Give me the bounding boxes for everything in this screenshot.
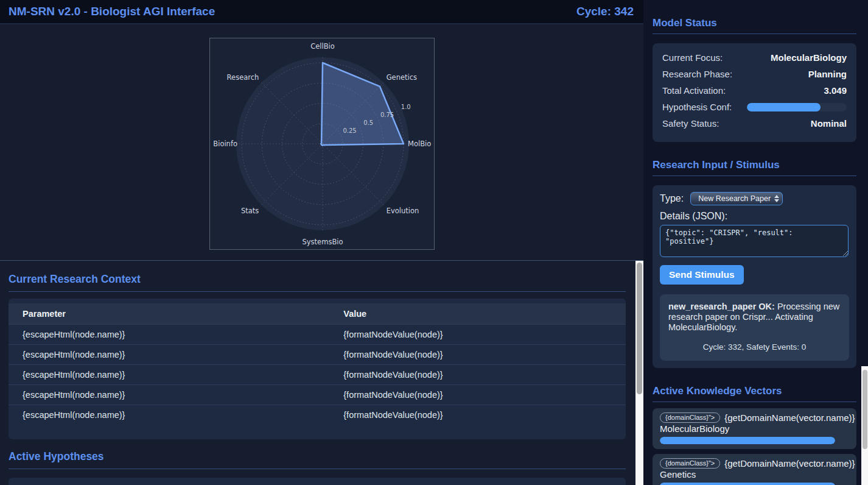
stimulus-type-select[interactable]: New Research Paper [690,192,783,205]
model-status-card: Current Focus: MolecularBiology Research… [653,43,856,142]
content-scroll-area: Current Research Context Parameter Value… [0,261,635,485]
main-column: NM-SRN v2.0 - Biologist AGI Interface Cy… [0,0,643,485]
section-title-active-hypotheses: Active Hypotheses [9,450,626,469]
response-message: new_research_paper OK: Processing new re… [668,302,841,333]
parameter-cell: {escapeHtml(node.name)} [9,345,329,365]
status-value: MolecularBiology [771,52,847,63]
app-root: NM-SRN v2.0 - Biologist AGI Interface Cy… [0,0,868,485]
main-scrollbar-thumb[interactable] [637,263,642,394]
status-label: Research Phase: [662,69,732,79]
context-table-card: Parameter Value {escapeHtml(node.name)} … [9,299,626,439]
sidebar: Model Status Current Focus: MolecularBio… [643,0,868,485]
section-title-knowledge-vectors: Active Knowledge Vectors [653,385,856,402]
table-row: {escapeHtml(node.name)} {formatNodeValue… [9,325,626,345]
status-row: Safety Status: Nominal [662,118,847,129]
svg-text:CellBio: CellBio [310,42,335,51]
svg-text:1.0: 1.0 [401,104,410,110]
vector-item: {domainClass}"> {getDomainName(vector.na… [653,454,856,485]
vector-template-text: {getDomainName(vector.name)} [724,458,855,469]
vector-template-text: {getDomainName(vector.name)} [724,412,855,423]
chart-zone: 0.250.50.751.0CellBioGeneticsMolBioEvolu… [0,24,643,260]
parameter-cell: {escapeHtml(node.name)} [9,325,329,345]
svg-text:Research: Research [226,73,259,82]
section-title-research-input: Research Input / Stimulus [653,159,856,176]
parameter-cell: {escapeHtml(node.name)} [9,365,329,385]
table-header-row: Parameter Value [9,303,626,325]
vector-activation-fill [660,483,835,485]
svg-text:Bioinfo: Bioinfo [213,140,237,148]
hypothesis-confidence-bar [747,103,847,112]
response-message-box: new_research_paper OK: Processing new re… [660,294,849,361]
vector-header: {domainClass}"> {getDomainName(vector.na… [660,458,849,469]
status-row: Current Focus: MolecularBiology [662,52,847,63]
selected-option-label: New Research Paper [697,194,772,203]
status-value: Planning [808,69,847,79]
vector-domain-name: MolecularBiology [660,423,849,434]
cycle-counter: Cycle: 342 [576,5,634,18]
parameter-cell: {escapeHtml(node.name)} [9,405,329,425]
radar-chart-panel: 0.250.50.751.0CellBioGeneticsMolBioEvolu… [209,38,435,250]
svg-text:SystemsBio: SystemsBio [302,238,343,246]
value-cell: {formatNodeValue(node)} [329,365,626,385]
vectors-scrollbar [861,366,868,485]
svg-text:0.5: 0.5 [363,119,373,126]
hypotheses-card [9,478,626,485]
section-title-model-status: Model Status [653,17,856,34]
value-cell: {formatNodeValue(node)} [329,405,626,425]
context-table-body: {escapeHtml(node.name)} {formatNodeValue… [9,325,626,425]
response-meta: Cycle: 332, Safety Events: 0 [668,342,841,352]
radar-chart: 0.250.50.751.0CellBioGeneticsMolBioEvolu… [210,38,435,250]
vector-activation-bar [660,437,835,444]
svg-text:Stats: Stats [240,207,258,215]
column-header-parameter: Parameter [9,303,329,325]
parameter-cell: {escapeHtml(node.name)} [9,385,329,405]
lower-content: Current Research Context Parameter Value… [0,260,643,485]
table-row: {escapeHtml(node.name)} {formatNodeValue… [9,365,626,385]
stimulus-card: Type: New Research Paper Details (JSON):… [653,185,856,368]
status-row: Total Activation: 3.049 [662,85,847,96]
value-cell: {formatNodeValue(node)} [329,345,626,365]
table-row: {escapeHtml(node.name)} {formatNodeValue… [9,405,626,425]
status-row: Research Phase: Planning [662,69,847,79]
header-bar: NM-SRN v2.0 - Biologist AGI Interface Cy… [0,0,643,24]
column-header-value: Value [329,303,626,325]
domain-badge: {domainClass}"> [660,412,720,423]
select-stepper-arrows-icon [774,195,779,202]
status-label: Hypothesis Conf: [662,102,732,112]
status-value: 3.049 [824,85,847,96]
vectors-scrollbar-thumb[interactable] [863,370,867,449]
details-textarea-wrap: {"topic": "CRISPR", "result": "positive"… [660,225,849,257]
svg-text:0.75: 0.75 [380,112,393,118]
vector-item: {domainClass}"> {getDomainName(vector.na… [653,408,856,449]
stimulus-type-row: Type: New Research Paper [660,192,849,205]
domain-badge: {domainClass}"> [660,458,720,469]
knowledge-vectors-list: {domainClass}"> {getDomainName(vector.na… [653,408,856,485]
svg-text:MolBio: MolBio [408,140,431,148]
details-label: Details (JSON): [660,211,849,222]
svg-text:Genetics: Genetics [386,73,416,82]
vector-header: {domainClass}"> {getDomainName(vector.na… [660,412,849,423]
status-label: Safety Status: [662,118,719,129]
context-table: Parameter Value {escapeHtml(node.name)} … [9,303,626,425]
send-stimulus-button[interactable]: Send Stimulus [660,265,744,285]
svg-text:0.25: 0.25 [343,127,356,134]
response-status: new_research_paper OK: [668,302,775,311]
hypothesis-confidence-fill [747,103,821,112]
vector-domain-name: Genetics [660,469,849,480]
status-label: Total Activation: [662,85,726,96]
section-title-research-context: Current Research Context [9,273,626,292]
status-row: Hypothesis Conf: [662,102,847,112]
table-row: {escapeHtml(node.name)} {formatNodeValue… [9,345,626,365]
type-label: Type: [660,193,684,204]
details-json-textarea[interactable]: {"topic": "CRISPR", "result": "positive"… [660,225,849,257]
table-row: {escapeHtml(node.name)} {formatNodeValue… [9,385,626,405]
status-value: Nominal [811,118,847,129]
status-label: Current Focus: [662,52,723,63]
svg-text:Evolution: Evolution [386,207,419,215]
vector-activation-bar [660,483,835,485]
value-cell: {formatNodeValue(node)} [329,325,626,345]
vector-activation-fill [660,437,835,444]
app-title: NM-SRN v2.0 - Biologist AGI Interface [9,5,215,18]
main-scrollbar [635,261,643,485]
value-cell: {formatNodeValue(node)} [329,385,626,405]
